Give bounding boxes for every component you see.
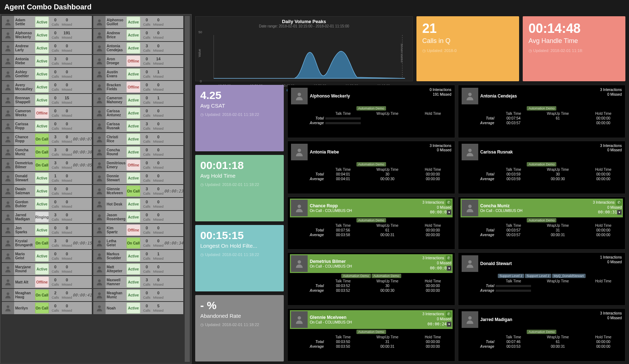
svg-point-23 — [98, 20, 100, 22]
agent-row[interactable]: Meaghan MunizActive0Calls0Missed — [93, 289, 183, 301]
agent-row[interactable]: Carissa RusnakActive3Calls0Missed — [93, 120, 183, 132]
agent-row[interactable]: Jason RosenbergActive0Calls0Missed — [93, 211, 183, 223]
agent-cards-grid[interactable]: Alphonso Weckerly0 Interactions191 Misse… — [287, 85, 625, 361]
agent-column-2[interactable]: Alphonso GuillotActive0Calls0MissedAndre… — [93, 16, 183, 362]
kpi-tile[interactable]: - %Abandoned RateUpdated: 2018-02-01 11:… — [195, 295, 284, 361]
agent-row[interactable]: Hot DeskActive0Calls0Missed — [93, 198, 183, 210]
agent-row[interactable]: Demitrious EmeryOffline0Calls0Missed — [93, 159, 183, 171]
agent-name: Markus Scudder — [106, 252, 126, 260]
agent-row[interactable]: Meaghan HaugOn Call2Calls0Missed00:00:41 — [2, 289, 92, 301]
agent-row[interactable]: Andrew BriceActive0Calls0Missed — [93, 29, 183, 41]
missed-count: 0Missed — [153, 213, 164, 222]
agent-row[interactable]: Brennan ShappellActive0Calls15Missed — [2, 94, 92, 106]
agent-card[interactable]: Demetrius BilmerOn Call - COLUMBUS OH3 I… — [287, 252, 455, 306]
kpi-updated: Updated: 2018-02-01 11:18:22 — [200, 182, 279, 187]
agent-row[interactable]: Avery MccaulleyActive0Calls0Missed — [2, 81, 92, 93]
kpi-updated: Updated: 2018-02-01 11:18: — [529, 48, 620, 53]
kpi-value: 00:15:15 — [200, 229, 279, 241]
agent-column-1[interactable]: Adam SettleActive0Calls0MissedAlphonso W… — [2, 16, 92, 362]
agent-row[interactable]: Mario GeistActive0Calls0Missed — [2, 250, 92, 262]
agent-row[interactable]: Glennie McelveenOn Call3Calls0Missed00:0… — [93, 185, 183, 197]
agent-row[interactable]: Matt AltOffline0Calls0Missed — [2, 276, 92, 288]
kpi-tile[interactable]: 4.25Avg CSATUpdated: 2018-02-01 11:18:22 — [195, 85, 284, 151]
agent-row[interactable]: Maxwell HamnerActive3Calls0Missed — [93, 276, 183, 288]
agent-row[interactable]: Antonia RiebeActive3Calls0Missed — [2, 55, 92, 67]
agent-card[interactable]: Alphonso Weckerly0 Interactions191 Misse… — [287, 85, 455, 138]
svg-point-53 — [298, 204, 301, 208]
kpi-tile[interactable]: 00:14:48Avg Handle TimeUpdated: 2018-02-… — [523, 16, 625, 81]
agent-card[interactable]: Donald Stewart1 Interactions0 MissedSupp… — [458, 252, 626, 306]
agent-row[interactable]: Matt AltepeterActive0Calls0Missed — [93, 263, 183, 275]
card-dropdown[interactable]: ▾ — [447, 266, 452, 271]
agent-row[interactable]: Letha GeistOn Call0Calls0Missed00:00:34 — [93, 237, 183, 249]
agent-card[interactable]: Chance RoppOn Call - COLUMBUS OH3 Intera… — [287, 197, 455, 250]
agent-row[interactable]: Donnie StewartActive0Calls0Missed — [93, 172, 183, 184]
svg-point-44 — [98, 292, 100, 295]
agent-row[interactable]: Krystal BrungardtOn Call3Calls0Missed00:… — [2, 237, 92, 249]
agent-card[interactable]: Carissa Rusnak3 Interactions0 MissedAuto… — [458, 141, 626, 194]
agent-row[interactable]: Gordon BuhlerActive0Calls0Missed — [2, 198, 92, 210]
agent-row[interactable]: Cameron WeeksOffline0Calls0Missed — [2, 107, 92, 119]
missed-count: 0Missed — [61, 239, 73, 248]
agent-row[interactable]: Dwain SalzmanActive0Calls0Missed — [2, 185, 92, 197]
queue-tag: Automation Demo — [356, 162, 386, 166]
agent-row[interactable]: Donald StewartActive1Calls0Missed — [2, 172, 92, 184]
agent-row[interactable]: MerilynOn Call0Calls0Missed — [2, 302, 92, 314]
agent-row[interactable]: Antonia CendejasActive3Calls0Missed — [93, 42, 183, 54]
agent-row[interactable]: Jon SparksActive0Calls0Missed — [2, 224, 92, 236]
card-dropdown[interactable]: ▾ — [617, 210, 622, 215]
agent-row[interactable]: Andrew LarlyActive0Calls0Missed — [2, 42, 92, 54]
agent-row[interactable]: Carissa AntunezActive0Calls0Missed — [93, 107, 183, 119]
agent-card[interactable]: Concha MunizOn Call - COLUMBUS OH3 Inter… — [458, 197, 626, 250]
agent-card[interactable]: Glennie McelveenOn Call - COLUMBUS OH3 I… — [287, 308, 455, 361]
card-dropdown[interactable]: ▾ — [447, 210, 452, 215]
agent-row[interactable]: NoahActive0Calls5Missed — [93, 302, 183, 314]
agent-card[interactable]: Jarred Madigan3 Interactions0 MissedAuto… — [458, 308, 626, 361]
missed-count: 0Missed — [61, 226, 73, 235]
kpi-tile[interactable]: 21Calls in QUpdated: 2018-0 — [416, 16, 519, 81]
agent-row[interactable]: Alphonso WeckerlyActive0Calls191Missed — [2, 29, 92, 41]
phone-icon[interactable]: ✆ — [446, 311, 452, 317]
missed-count: 0Missed — [61, 265, 73, 274]
queue-tag: Automation Demo — [356, 218, 386, 222]
svg-point-1 — [7, 32, 9, 35]
kpi-label: Avg CSAT — [200, 103, 279, 109]
agent-row[interactable]: Concha RoundActive0Calls0Missed — [93, 146, 183, 158]
phone-icon[interactable]: ✆ — [446, 200, 452, 205]
agent-row[interactable]: Austin EvansActive0Calls1Missed — [93, 68, 183, 80]
card-dropdown[interactable]: ▾ — [447, 322, 452, 327]
agent-row[interactable]: Adam SettleActive0Calls0Missed — [2, 16, 92, 28]
scrollbar[interactable] — [185, 16, 190, 362]
svg-point-51 — [298, 148, 301, 152]
agent-row[interactable]: Kim SpartzOffline0Calls0Missed — [93, 224, 183, 236]
agent-row[interactable]: Ashley GoehlerActive0Calls0Missed — [2, 68, 92, 80]
phone-icon[interactable]: ✆ — [616, 200, 622, 205]
agent-row[interactable]: Jarred MadiganRinging3Calls0Missed — [2, 211, 92, 223]
kpi-tile[interactable]: 00:01:18Avg Hold TimeUpdated: 2018-02-01… — [195, 155, 284, 221]
agent-row[interactable]: Aron DroegeOffline0Calls14Missed — [93, 55, 183, 67]
agent-row[interactable]: Concha MunizOn Call3Calls0Missed00:00:30 — [2, 146, 92, 158]
card-name: Antonia Riebe — [310, 150, 427, 155]
agent-row[interactable]: Demetrius BilmerOn Call3Calls0Missed00:0… — [2, 159, 92, 171]
tag-row: Automation Demo — [461, 330, 623, 334]
queue-tag: Automation Demo — [356, 330, 386, 334]
avatar — [2, 263, 14, 275]
kpi-tile[interactable]: 00:15:15Longest On Hold Filte...Updated:… — [195, 225, 284, 291]
kpi-value: 00:14:48 — [529, 21, 620, 36]
agent-row[interactable]: Chance RoppOn Call3Calls0Missed00:00:07 — [2, 133, 92, 145]
phone-icon[interactable]: ✆ — [446, 255, 452, 261]
svg-point-57 — [298, 316, 301, 320]
agent-card[interactable]: Antonia Riebe3 Interactions0 MissedAutom… — [287, 141, 455, 194]
agent-card[interactable]: Antonia Cendejas3 Interactions0 MissedAu… — [458, 85, 626, 138]
status-badge: Active — [35, 186, 49, 196]
agent-row[interactable]: Carissa RoppActive0Calls0Missed — [2, 120, 92, 132]
svg-point-16 — [7, 228, 9, 230]
agent-row[interactable]: Alphonso GuillotActive0Calls0Missed — [93, 16, 183, 28]
agent-row[interactable]: Christi RiceActive0Calls0Missed — [93, 133, 183, 145]
agent-row[interactable]: Maryjane RoundActive0Calls0Missed — [2, 263, 92, 275]
agent-row[interactable]: Bracken FieldsOffline0Calls0Missed — [93, 81, 183, 93]
card-table: Talk TimeWrapUp TimeHold TimeTotal00:03:… — [290, 335, 453, 349]
avatar — [93, 302, 106, 314]
agent-row[interactable]: Cameron MahoneyActive0Calls1Missed — [93, 94, 183, 106]
agent-row[interactable]: Markus ScudderActive0Calls1Missed — [93, 250, 183, 262]
